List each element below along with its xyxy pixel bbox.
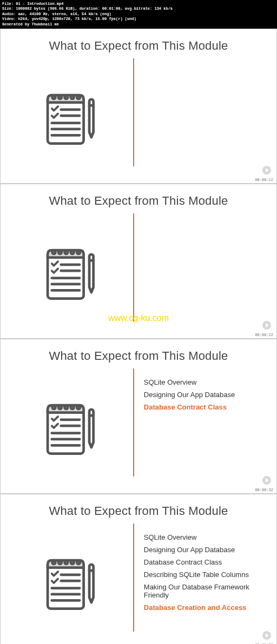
topic-item: Designing Our App Database bbox=[144, 544, 271, 556]
notepad-icon bbox=[38, 87, 100, 149]
slide-icon-area bbox=[1, 58, 133, 177]
notepad-icon bbox=[38, 397, 100, 459]
svg-point-14 bbox=[71, 251, 74, 254]
svg-point-13 bbox=[65, 251, 68, 254]
slide-title: What to Expect from This Module bbox=[1, 29, 276, 58]
svg-point-36 bbox=[71, 561, 74, 564]
meta-audio-value: aac, 44100 Hz, stereo, s16, 54 kb/s (eng… bbox=[18, 12, 111, 16]
thumbnail-slide: What to Expect from This Module bbox=[0, 184, 277, 339]
svg-point-37 bbox=[77, 561, 81, 564]
meta-size-label: Size: bbox=[2, 6, 14, 11]
slide-body: SQLite OverviewDesigning Our App Databas… bbox=[1, 368, 276, 487]
topic-item: Making Our Database Framework Friendly bbox=[144, 581, 271, 601]
svg-point-0 bbox=[52, 96, 56, 99]
slide-title: What to Expect from This Module bbox=[1, 339, 276, 368]
meta-file-label: File: bbox=[2, 2, 14, 6]
topic-list bbox=[134, 58, 276, 177]
slide-icon-area bbox=[1, 368, 133, 487]
thumbnail-slide: What to Expect from This Module bbox=[0, 29, 277, 184]
meta-video-label: Video: bbox=[2, 17, 16, 21]
slide-title: What to Expect from This Module bbox=[1, 184, 276, 213]
meta-size-value: 1000082 bytes (906.66 KiB), duration: 00… bbox=[16, 6, 173, 11]
thumbnail-slide: What to Expect from This Module bbox=[0, 494, 277, 644]
slide-icon-area bbox=[1, 524, 133, 642]
slide-body bbox=[1, 58, 276, 177]
slide-title: What to Expect from This Module bbox=[1, 494, 276, 524]
svg-point-4 bbox=[77, 96, 81, 99]
topic-list bbox=[134, 213, 276, 332]
topic-item: Describing SQLite Table Columns bbox=[144, 568, 271, 581]
svg-point-1 bbox=[58, 96, 62, 99]
meta-file-value: 01 - Introduction.mp4 bbox=[16, 2, 63, 6]
svg-point-22 bbox=[52, 406, 56, 409]
thumbnail-slide: What to Expect from This Module bbox=[0, 339, 277, 494]
topic-item: SQLite Overview bbox=[144, 376, 271, 388]
slide-body bbox=[1, 213, 276, 332]
topic-item: Designing Our App Database bbox=[144, 388, 271, 401]
meta-video-value: h264, yuv420p, 1280x720, 73 kb/s, 15.00 … bbox=[18, 17, 136, 21]
meta-audio-label: Audio: bbox=[2, 12, 16, 16]
svg-point-35 bbox=[65, 561, 68, 564]
topic-list: SQLite OverviewDesigning Our App Databas… bbox=[134, 524, 276, 642]
svg-point-26 bbox=[77, 406, 81, 409]
timestamp-label: 00:00:32 bbox=[255, 488, 273, 492]
notepad-icon bbox=[38, 552, 100, 614]
svg-point-23 bbox=[58, 406, 62, 409]
topic-item: Database Creation and Access bbox=[144, 601, 271, 614]
slide-body: SQLite OverviewDesigning Our App Databas… bbox=[1, 524, 276, 642]
topic-item: Database Contract Class bbox=[144, 556, 271, 568]
svg-point-3 bbox=[71, 96, 74, 99]
svg-point-33 bbox=[52, 561, 56, 564]
svg-point-2 bbox=[65, 96, 68, 99]
svg-point-12 bbox=[58, 251, 62, 254]
svg-point-25 bbox=[71, 406, 74, 409]
meta-generated: Generated by Thumbnail me bbox=[2, 22, 275, 27]
svg-point-15 bbox=[77, 251, 81, 254]
topic-item: Database Contract Class bbox=[144, 401, 271, 413]
topic-item: SQLite Overview bbox=[144, 531, 271, 544]
timestamp-label: 00:00:12 bbox=[255, 178, 273, 182]
svg-point-24 bbox=[65, 406, 68, 409]
svg-point-34 bbox=[58, 561, 62, 564]
topic-list: SQLite OverviewDesigning Our App Databas… bbox=[134, 368, 276, 487]
video-metadata-header: File: 01 - Introduction.mp4 Size: 100008… bbox=[0, 0, 277, 29]
notepad-icon bbox=[38, 242, 100, 304]
slide-icon-area bbox=[1, 213, 133, 332]
svg-point-11 bbox=[52, 251, 56, 254]
timestamp-label: 00:00:22 bbox=[255, 333, 273, 337]
